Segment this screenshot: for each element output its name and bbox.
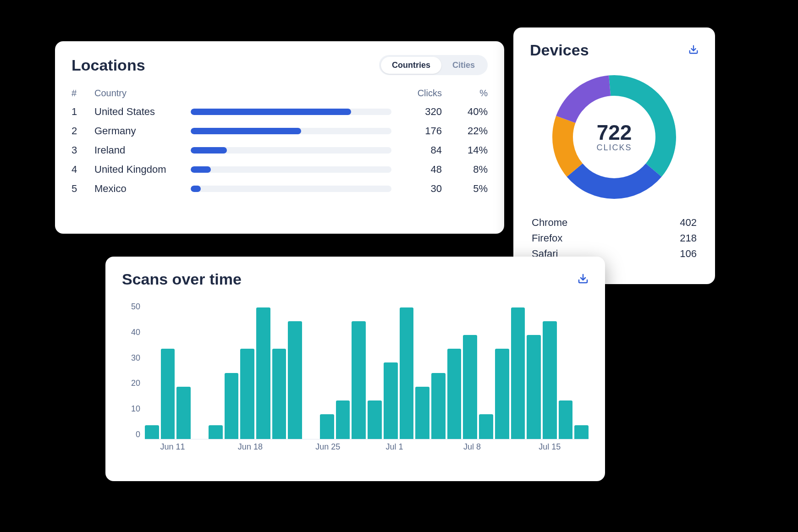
y-tick: 0 — [136, 430, 140, 439]
locations-title: Locations — [72, 56, 145, 74]
x-tick: Jul 15 — [539, 442, 561, 452]
y-tick: 30 — [131, 353, 140, 363]
x-tick: Jun 18 — [238, 442, 263, 452]
row-pct: 5% — [442, 183, 488, 195]
scans-chart: 50403020100 Jun 11Jun 18Jun 25Jul 1Jul 8… — [122, 302, 589, 453]
row-country: United Kingdom — [94, 164, 191, 176]
device-row: Chrome402 — [530, 215, 699, 230]
row-country: Ireland — [94, 144, 191, 156]
device-value: 106 — [680, 248, 697, 260]
chart-bar — [511, 307, 525, 439]
chart-bar — [145, 425, 159, 439]
chart-bar — [209, 425, 223, 439]
y-tick: 10 — [131, 404, 140, 414]
col-pct: % — [442, 88, 488, 99]
row-bar — [191, 109, 401, 115]
row-bar — [191, 128, 401, 134]
y-tick: 40 — [131, 328, 140, 337]
chart-bar — [336, 400, 350, 439]
table-row: 5Mexico305% — [72, 179, 488, 198]
chart-bar — [352, 321, 366, 439]
chart-bar — [415, 387, 429, 439]
chart-bar — [384, 362, 398, 439]
row-bar — [191, 186, 401, 192]
chart-bar — [272, 349, 286, 439]
chart-bar — [320, 414, 334, 439]
chart-bar — [574, 425, 589, 439]
row-clicks: 84 — [401, 144, 442, 156]
chart-bar — [559, 400, 573, 439]
chart-bar — [463, 335, 477, 439]
chart-bar — [495, 349, 509, 439]
row-bar — [191, 147, 401, 154]
chart-bar — [240, 349, 254, 439]
x-tick: Jun 11 — [160, 442, 185, 452]
download-icon[interactable] — [688, 44, 699, 56]
device-value: 402 — [680, 217, 697, 229]
locations-table: # Country Clicks % 1United States32040%2… — [72, 84, 488, 198]
table-row: 1United States32040% — [72, 102, 488, 121]
y-tick: 50 — [131, 302, 140, 312]
chart-bar — [543, 321, 557, 439]
chart-bar — [256, 307, 270, 439]
col-clicks: Clicks — [401, 88, 442, 99]
chart-bar — [176, 387, 191, 439]
row-clicks: 30 — [401, 183, 442, 195]
row-country: Mexico — [94, 183, 191, 195]
scans-title: Scans over time — [122, 270, 242, 288]
row-country: United States — [94, 106, 191, 118]
chart-bar — [368, 400, 382, 439]
x-tick: Jul 1 — [385, 442, 403, 452]
chart-bar — [527, 335, 541, 439]
row-num: 5 — [72, 183, 94, 195]
chart-bar — [400, 307, 414, 439]
row-pct: 8% — [442, 164, 488, 176]
chart-bar — [161, 349, 175, 439]
row-num: 4 — [72, 164, 94, 176]
device-name: Firefox — [532, 232, 562, 244]
devices-title: Devices — [530, 41, 589, 59]
row-pct: 22% — [442, 125, 488, 137]
row-clicks: 320 — [401, 106, 442, 118]
chart-bar — [431, 373, 446, 439]
table-row: 2Germany17622% — [72, 121, 488, 141]
devices-donut: 722 CLICKS — [545, 68, 683, 206]
devices-card: Devices 722 CLICKS Chrome402Firefox218Sa… — [513, 27, 715, 284]
row-bar — [191, 166, 401, 173]
device-value: 218 — [680, 232, 697, 244]
row-num: 1 — [72, 106, 94, 118]
col-country: Country — [94, 88, 191, 99]
col-num: # — [72, 88, 94, 99]
device-row: Firefox218 — [530, 230, 699, 246]
download-icon[interactable] — [578, 273, 589, 286]
row-clicks: 48 — [401, 164, 442, 176]
table-row: 4United Kingdom488% — [72, 160, 488, 179]
locations-toggle: Countries Cities — [379, 55, 488, 75]
row-pct: 40% — [442, 106, 488, 118]
row-pct: 14% — [442, 144, 488, 156]
chart-bar — [288, 321, 302, 439]
y-tick: 20 — [131, 378, 140, 388]
row-country: Germany — [94, 125, 191, 137]
locations-card: Locations Countries Cities # Country Cli… — [55, 41, 504, 234]
row-clicks: 176 — [401, 125, 442, 137]
table-row: 3Ireland8414% — [72, 141, 488, 160]
tab-cities[interactable]: Cities — [441, 57, 486, 74]
row-num: 3 — [72, 144, 94, 156]
donut-total: 722 — [597, 122, 632, 143]
table-header: # Country Clicks % — [72, 84, 488, 102]
chart-bar — [225, 373, 239, 439]
chart-bar — [447, 349, 462, 439]
donut-total-label: CLICKS — [596, 143, 632, 153]
tab-countries[interactable]: Countries — [381, 57, 441, 74]
scans-card: Scans over time 50403020100 Jun 11Jun 18… — [105, 257, 605, 481]
row-num: 2 — [72, 125, 94, 137]
chart-bar — [479, 414, 493, 439]
x-tick: Jul 8 — [463, 442, 481, 452]
x-tick: Jun 25 — [315, 442, 340, 452]
device-name: Chrome — [532, 217, 567, 229]
